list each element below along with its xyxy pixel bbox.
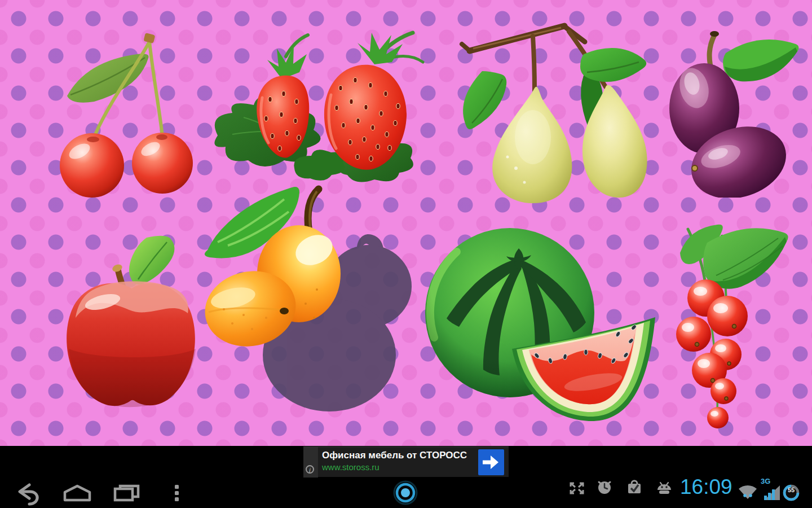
fullscreen-icon	[568, 481, 585, 496]
wifi-icon	[738, 484, 758, 500]
ad-cta-button[interactable]	[478, 449, 504, 475]
status-clock: 16:09	[680, 475, 732, 499]
pears-icon[interactable]	[448, 16, 654, 205]
screen: i Офисная мебель от СТОРОСС www.stoross.…	[0, 0, 812, 508]
watermelon-icon[interactable]	[424, 221, 672, 424]
android-robot-icon	[655, 481, 674, 496]
strawberries-icon[interactable]	[210, 27, 435, 196]
battery-percent: 55	[782, 487, 801, 493]
bottom-system-area: i Офисная мебель от СТОРОСС www.stoross.…	[0, 446, 812, 508]
ad-banner[interactable]: i Офисная мебель от СТОРОСС www.stoross.…	[303, 446, 509, 477]
alarm-clock-icon	[596, 478, 613, 496]
ad-url[interactable]: www.stoross.ru	[322, 462, 379, 472]
back-button[interactable]	[12, 483, 41, 507]
plums-icon[interactable]	[668, 23, 801, 198]
apple-icon[interactable]	[61, 233, 205, 408]
polka-dot-background	[0, 0, 812, 446]
apricots-icon[interactable]	[198, 182, 345, 354]
ad-info-icon[interactable]: i	[306, 465, 314, 474]
arrow-right-icon	[478, 449, 504, 475]
ad-title[interactable]: Офисная мебель от СТОРОСС	[322, 450, 467, 461]
shop-bag-check-icon	[626, 478, 642, 496]
recent-apps-button[interactable]	[113, 484, 141, 502]
cherries-icon[interactable]	[54, 28, 206, 200]
home-button[interactable]	[62, 484, 92, 502]
signal-strength-icon	[762, 484, 782, 501]
menu-button[interactable]	[174, 484, 180, 502]
center-home-button[interactable]	[392, 480, 418, 506]
redcurrants-icon[interactable]	[672, 219, 791, 445]
